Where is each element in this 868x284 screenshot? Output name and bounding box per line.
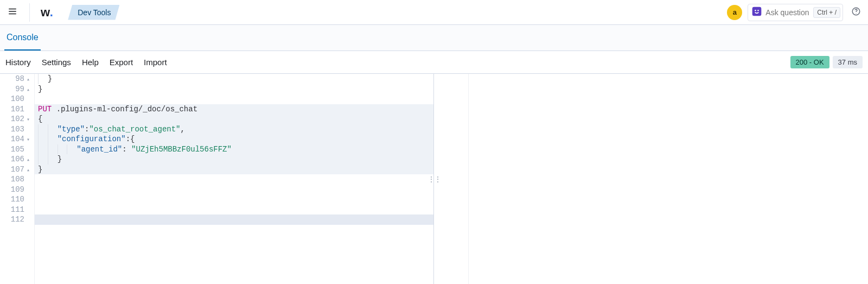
line-number: 110	[0, 194, 31, 205]
assistant-icon	[751, 6, 762, 18]
avatar[interactable]: a	[727, 5, 742, 20]
line-number: 108	[0, 174, 31, 185]
breadcrumb-devtools[interactable]: Dev Tools	[68, 5, 119, 20]
line-number: 104▾	[0, 134, 31, 144]
tab-console-label: Console	[7, 33, 39, 42]
console-menubar: History Settings Help Export Import 200 …	[0, 51, 868, 74]
code-line[interactable]: "configuration":{	[35, 134, 433, 144]
line-number: 105	[0, 144, 31, 155]
topbar: w. Dev Tools a Ctrl + /	[0, 0, 868, 25]
code-line[interactable]	[35, 94, 433, 104]
code-line[interactable]: }	[35, 165, 433, 175]
svg-point-5	[758, 10, 760, 11]
line-number: 109	[0, 185, 31, 195]
code-line[interactable]: PUT .plugins-ml-config/_doc/os_chat	[35, 104, 433, 115]
line-number: 111	[0, 205, 31, 215]
code-line[interactable]	[35, 185, 433, 195]
menu-export[interactable]: Export	[110, 58, 133, 67]
code-line[interactable]: {	[35, 114, 433, 124]
brand-letter: w	[41, 5, 50, 20]
ask-question-box[interactable]: Ctrl + /	[748, 4, 843, 21]
code-line[interactable]: }	[35, 154, 433, 165]
menu-import[interactable]: Import	[144, 58, 167, 67]
line-number: 98▴	[0, 74, 31, 84]
avatar-letter: a	[733, 8, 737, 16]
menu-icon	[8, 7, 17, 18]
subnav: Console	[0, 25, 868, 51]
code-line[interactable]: }	[35, 84, 433, 94]
line-number: 100	[0, 94, 31, 104]
line-number: 103	[0, 124, 31, 135]
help-icon	[851, 7, 861, 18]
line-number: 102▾	[0, 114, 31, 124]
code-line[interactable]: }	[35, 74, 433, 84]
breadcrumb-label: Dev Tools	[78, 8, 111, 17]
status-badge: 200 - OK	[790, 56, 829, 68]
code-line[interactable]	[35, 174, 433, 185]
brand-dot: .	[50, 5, 53, 20]
menu-history[interactable]: History	[5, 58, 31, 67]
brand-logo[interactable]: w.	[39, 5, 55, 20]
menu-help[interactable]: Help	[82, 58, 99, 67]
hamburger-menu-button[interactable]	[4, 4, 21, 21]
svg-rect-3	[752, 7, 762, 16]
code-line[interactable]	[35, 205, 433, 215]
code-line[interactable]: "type":"os_chat_root_agent",	[35, 124, 433, 135]
line-number: 106▴	[0, 154, 31, 165]
menu-settings[interactable]: Settings	[42, 58, 71, 67]
line-number: 101	[0, 104, 31, 115]
ask-shortcut-hint: Ctrl + /	[813, 7, 840, 18]
code-line[interactable]: "agent_id": "UZjEh5MBBzF0ul56sFFZ"	[35, 144, 433, 155]
svg-point-7	[856, 13, 856, 14]
svg-point-4	[755, 10, 757, 11]
response-time-badge: 37 ms	[833, 56, 863, 68]
line-number: 112	[0, 214, 31, 225]
request-editor[interactable]: 98▴99▴100101102▾103104▾105106▴107▴108109…	[0, 74, 434, 284]
response-editor[interactable]	[434, 74, 868, 284]
divider	[29, 3, 30, 22]
line-number: 107▴	[0, 165, 31, 175]
ask-question-input[interactable]	[765, 8, 810, 17]
line-number: 99▴	[0, 84, 31, 94]
editor-split: 98▴99▴100101102▾103104▾105106▴107▴108109…	[0, 74, 868, 284]
tab-console[interactable]: Console	[4, 25, 41, 51]
code-line[interactable]	[35, 194, 433, 205]
help-button[interactable]	[848, 5, 864, 20]
